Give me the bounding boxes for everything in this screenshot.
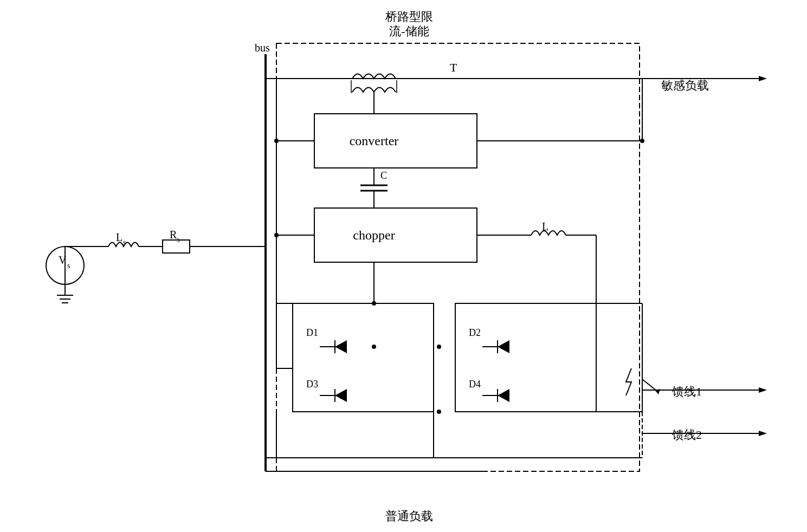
sensitive-load-label: 敏感负载 [661,79,709,92]
svg-text:s: s [67,262,70,270]
d2-label: D2 [469,327,481,338]
svg-point-84 [640,139,644,143]
svg-point-82 [274,139,279,143]
svg-text:s: s [177,236,179,244]
capacitor-label: C [380,170,387,181]
svg-point-85 [372,345,376,349]
svg-point-62 [437,410,441,414]
circuit-diagram: 桥路型限 流-储能 bus 敏感负载 馈线1 馈线2 普通负载 V s [0,0,807,532]
converter-label: converter [350,134,399,148]
normal-load-label: 普通负载 [385,509,433,523]
d4-label: D4 [469,379,481,390]
svg-point-83 [274,233,279,237]
svg-point-86 [437,345,441,349]
feeder2-label: 馈线2 [672,428,702,442]
d3-label: D3 [306,379,318,390]
title-line1: 桥路型限 [385,10,433,23]
bus-label: bus [255,42,270,54]
d1-label: D1 [306,327,318,338]
title-line2: 流-储能 [389,24,429,38]
svg-text:s: s [123,238,126,246]
svg-text:R: R [170,229,177,241]
transformer-label: T [450,61,457,74]
chopper-label: chopper [353,228,395,242]
svg-text:L: L [116,231,122,243]
feeder1-label: 馈线1 [672,385,702,398]
